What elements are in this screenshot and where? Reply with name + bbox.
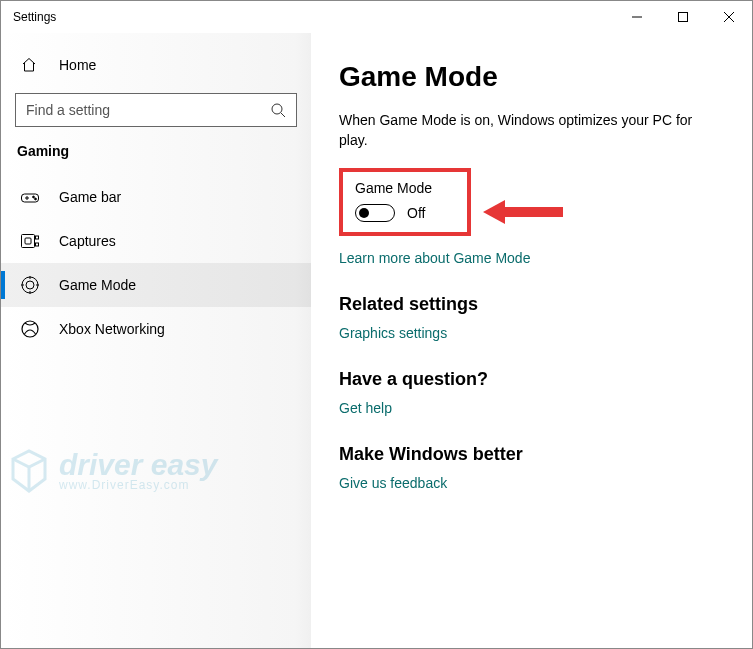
sidebar-item-label: Game Mode xyxy=(59,277,136,293)
svg-point-15 xyxy=(22,277,38,293)
sidebar-item-gamemode[interactable]: Game Mode xyxy=(1,263,311,307)
svg-rect-1 xyxy=(679,13,688,22)
home-icon xyxy=(21,57,39,73)
svg-point-21 xyxy=(22,321,38,337)
watermark: driver easy www.DriverEasy.com xyxy=(7,449,217,493)
watermark-subtext: www.DriverEasy.com xyxy=(59,478,217,492)
svg-rect-13 xyxy=(36,236,39,239)
feedback-link[interactable]: Give us feedback xyxy=(339,475,447,491)
window-title: Settings xyxy=(1,10,614,24)
graphics-settings-link[interactable]: Graphics settings xyxy=(339,325,447,341)
toggle-knob xyxy=(359,208,369,218)
home-label: Home xyxy=(59,57,96,73)
svg-point-16 xyxy=(26,281,34,289)
sidebar-item-gamebar[interactable]: Game bar xyxy=(1,175,311,219)
search-box[interactable] xyxy=(15,93,297,127)
svg-line-5 xyxy=(281,113,285,117)
svg-rect-14 xyxy=(36,243,39,246)
learn-more-link[interactable]: Learn more about Game Mode xyxy=(339,250,530,266)
sidebar-item-label: Game bar xyxy=(59,189,121,205)
svg-point-9 xyxy=(33,196,35,198)
sidebar-item-label: Xbox Networking xyxy=(59,321,165,337)
feedback-heading: Make Windows better xyxy=(339,444,728,465)
gamemode-toggle-highlight: Game Mode Off xyxy=(339,168,471,236)
captures-icon xyxy=(21,234,39,248)
minimize-button[interactable] xyxy=(614,1,660,33)
get-help-link[interactable]: Get help xyxy=(339,400,392,416)
toggle-label: Game Mode xyxy=(355,180,455,196)
sidebar: Home Gaming Game bar Captures Game xyxy=(1,33,311,648)
titlebar: Settings xyxy=(1,1,752,33)
sidebar-section-label: Gaming xyxy=(1,143,311,175)
svg-point-10 xyxy=(35,198,37,200)
related-heading: Related settings xyxy=(339,294,728,315)
page-title: Game Mode xyxy=(339,61,728,93)
search-icon xyxy=(270,102,286,118)
content-pane: Game Mode When Game Mode is on, Windows … xyxy=(311,33,752,648)
maximize-button[interactable] xyxy=(660,1,706,33)
sidebar-item-label: Captures xyxy=(59,233,116,249)
arrow-annotation xyxy=(483,198,563,226)
svg-marker-23 xyxy=(483,200,505,224)
svg-rect-12 xyxy=(25,238,31,244)
watermark-text: driver easy xyxy=(59,451,217,478)
search-input[interactable] xyxy=(26,102,270,118)
home-nav[interactable]: Home xyxy=(1,45,311,85)
gamemode-toggle[interactable] xyxy=(355,204,395,222)
sidebar-item-captures[interactable]: Captures xyxy=(1,219,311,263)
close-button[interactable] xyxy=(706,1,752,33)
xbox-icon xyxy=(21,320,39,338)
gamemode-icon xyxy=(21,276,39,294)
svg-point-4 xyxy=(272,104,282,114)
gamebar-icon xyxy=(21,190,39,204)
window-controls xyxy=(614,1,752,33)
page-description: When Game Mode is on, Windows optimizes … xyxy=(339,111,699,150)
question-heading: Have a question? xyxy=(339,369,728,390)
toggle-state: Off xyxy=(407,205,425,221)
sidebar-item-xbox[interactable]: Xbox Networking xyxy=(1,307,311,351)
svg-rect-11 xyxy=(22,235,35,248)
